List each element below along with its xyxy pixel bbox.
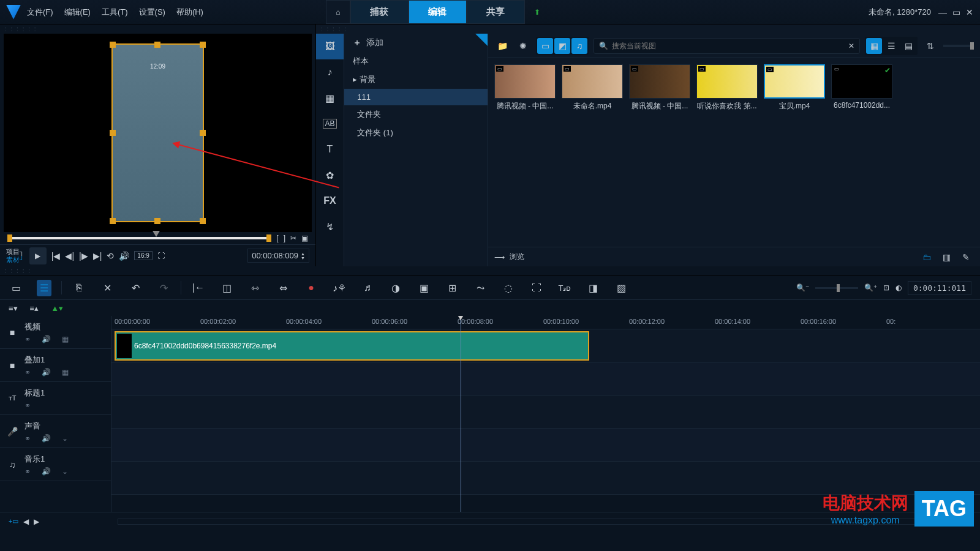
resize-handle[interactable] — [200, 218, 206, 224]
lib-tab-audio[interactable]: ♪ — [316, 59, 344, 85]
storyboard-view-button[interactable]: ▭ — [9, 282, 23, 294]
track-head-title[interactable]: ᴛT 标题1⚭ — [0, 382, 111, 415]
track-head-voice[interactable]: 🎤 声音⚭🔊⌄ — [0, 415, 111, 448]
upload-button[interactable]: ⬆ — [525, 0, 549, 24]
lib-tab-fx[interactable]: FX — [316, 188, 344, 214]
record-button[interactable]: ● — [304, 282, 318, 293]
go-start-button[interactable]: |◀ — [51, 251, 61, 261]
tree-add[interactable]: ＋ 添加 — [344, 34, 488, 52]
view-list[interactable]: ☰ — [883, 38, 899, 54]
blend-button[interactable]: ◑ — [388, 282, 403, 294]
timeline-timecode[interactable]: 0:00:11:011 — [908, 281, 971, 295]
home-button[interactable]: ⌂ — [326, 0, 350, 24]
track-lane-voice[interactable] — [111, 429, 980, 462]
tree-111[interactable]: 111 — [344, 89, 488, 105]
close-button[interactable]: ✕ — [964, 7, 975, 18]
scroll-right-icon[interactable]: ▶ — [34, 517, 39, 526]
lib-tab-title[interactable]: AB — [316, 111, 344, 137]
track-expand-icon[interactable]: ▲▾ — [51, 304, 63, 313]
clip-item[interactable]: ▭宝贝.mp4 — [764, 64, 825, 111]
mute-icon[interactable]: 🔊 — [42, 335, 51, 343]
track-lane-overlay[interactable] — [111, 362, 980, 395]
browse-icon[interactable]: ⟶ — [494, 253, 505, 261]
track-head-video[interactable]: ■ 视频⚭🔊▦ — [0, 316, 111, 349]
next-frame-button[interactable]: |▶ — [79, 251, 88, 261]
thumb-zoom-slider[interactable] — [943, 45, 974, 47]
chapter-button[interactable]: ▣ — [417, 282, 431, 294]
tree-background[interactable]: ▸ 背景 — [344, 70, 488, 89]
preview-timecode[interactable]: 00:00:08:009 ▲▼ — [247, 249, 309, 263]
clip-item[interactable]: ▭腾讯视频 - 中国... — [494, 64, 556, 111]
tools-button[interactable]: ✕ — [100, 282, 115, 294]
panel-icon[interactable]: ▥ — [938, 249, 954, 265]
undo-button[interactable]: ↶ — [128, 282, 143, 294]
multi-view-button[interactable]: ⊞ — [445, 282, 459, 294]
tree-folder1[interactable]: 文件夹 (1) — [344, 124, 488, 142]
clip-item[interactable]: ▭腾讯视频 - 中国... — [629, 64, 690, 111]
clip-item[interactable]: ▭✔6c8fc471002dd... — [831, 64, 892, 110]
time-ruler[interactable]: 00:00:00:00 00:00:02:00 00:00:04:00 00:0… — [111, 316, 980, 329]
filter-video[interactable]: ▭ — [537, 38, 553, 54]
lib-tab-path[interactable]: ↯ — [316, 214, 344, 239]
track-options-icon[interactable]: ≡▾ — [9, 304, 18, 313]
tracking-button[interactable]: ◌ — [501, 282, 516, 294]
resize-handle[interactable] — [110, 42, 116, 48]
crop-button[interactable]: ◫ — [219, 282, 234, 294]
resize-handle[interactable] — [200, 130, 206, 136]
mute-icon[interactable]: 🔊 — [42, 467, 51, 476]
lib-tab-transition[interactable]: ▦ — [316, 85, 344, 111]
clip-item[interactable]: ▭未命名.mp4 — [562, 64, 623, 111]
track-lane-video[interactable]: 6c8fc471002ddd0b6984156338276f2e.mp4 — [111, 329, 980, 362]
clear-search-icon[interactable]: ✕ — [848, 42, 854, 50]
tree-folder[interactable]: 文件夹 — [344, 105, 488, 124]
mark-in-icon[interactable]: [ — [276, 234, 278, 242]
resize-handle[interactable] — [200, 42, 206, 48]
menu-edit[interactable]: 编辑(E) — [64, 7, 91, 18]
link-icon[interactable]: ⚭ — [24, 401, 31, 410]
fullscreen-icon[interactable]: ⛶ — [157, 252, 165, 260]
lib-tab-media[interactable]: 🖼 — [316, 34, 344, 59]
scroll-left-icon[interactable]: ◀ — [23, 517, 29, 526]
preview-clip-frame[interactable]: 12:09 — [111, 43, 204, 222]
preview-viewport[interactable]: 12:09 — [4, 34, 312, 232]
menu-tools[interactable]: 工具(T) — [102, 7, 128, 18]
tab-share[interactable]: 共享 — [467, 0, 525, 24]
timeline-clip[interactable]: 6c8fc471002ddd0b6984156338276f2e.mp4 — [115, 331, 589, 361]
subtitle-button[interactable]: ⛶ — [529, 282, 544, 293]
track-add-icon[interactable]: ≡▴ — [30, 304, 39, 313]
slip-button[interactable]: ⇿ — [247, 282, 262, 294]
filter-photo[interactable]: ◩ — [554, 38, 570, 54]
panel-grip[interactable]: : : : : : — [316, 24, 980, 34]
resize-handle[interactable] — [110, 130, 116, 136]
fit-start-button[interactable]: |← — [191, 282, 206, 293]
expand-icon[interactable]: ⌄ — [62, 434, 68, 443]
mode-clip[interactable]: 素材┘ — [6, 256, 24, 264]
tree-sample[interactable]: 样本 — [344, 52, 488, 70]
menu-settings[interactable]: 设置(S) — [139, 7, 165, 18]
timeline-view-button[interactable]: ☰ — [37, 280, 51, 296]
add-track-icon[interactable]: +▭ — [9, 517, 18, 525]
aspect-ratio[interactable]: 16:9 — [134, 251, 152, 260]
link-icon[interactable]: ⚭ — [24, 335, 31, 343]
fx-track-icon[interactable]: ▦ — [62, 368, 69, 377]
mark-out-icon[interactable]: ] — [284, 234, 285, 242]
tab-capture[interactable]: 捕获 — [350, 0, 409, 24]
scrub-marker[interactable] — [153, 231, 160, 241]
menu-help[interactable]: 帮助(H) — [176, 7, 203, 18]
playhead[interactable] — [461, 316, 461, 512]
copy-attr-button[interactable]: ⎘ — [72, 282, 86, 293]
zoom-in-icon[interactable]: 🔍⁺ — [864, 283, 877, 292]
search-box[interactable]: 🔍 ✕ — [594, 38, 860, 54]
audio-mixer-button[interactable]: ♪⚘ — [332, 282, 347, 294]
fit-timeline-icon[interactable]: ⊡ — [883, 283, 889, 292]
minimize-button[interactable]: — — [937, 7, 948, 18]
play-button[interactable]: ▶ — [29, 247, 47, 264]
preview-mode[interactable]: 项目┐ 素材┘ — [6, 248, 24, 264]
fx-track-icon[interactable]: ▦ — [62, 335, 69, 343]
timecode-spinner[interactable]: ▲▼ — [301, 252, 305, 260]
menu-file[interactable]: 文件(F) — [27, 7, 53, 18]
maximize-button[interactable]: ▭ — [951, 7, 962, 18]
mode-project[interactable]: 项目┐ — [6, 248, 24, 256]
view-grid[interactable]: ▤ — [900, 38, 916, 54]
loop-button[interactable]: ⟲ — [107, 251, 114, 261]
